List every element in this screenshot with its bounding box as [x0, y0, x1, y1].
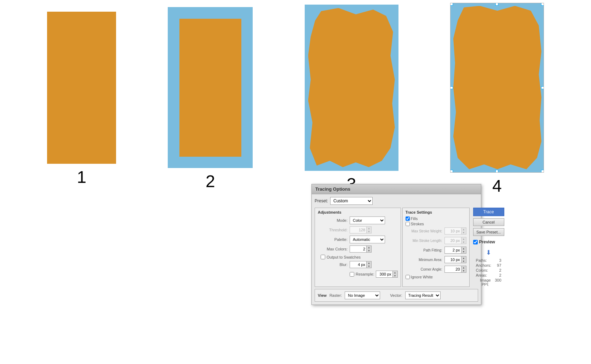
palette-row: Palette: Automatic: [318, 236, 398, 243]
threshold-spinner: ▲ ▼: [350, 226, 372, 233]
anchors-value: 97: [497, 263, 501, 267]
fills-row: Fills: [406, 216, 466, 221]
min-stroke-length-arrows: ▲ ▼: [461, 237, 466, 244]
panel4-label: 4: [492, 176, 502, 196]
strokes-checkbox[interactable]: [406, 222, 410, 226]
min-stroke-length-label: Min Stroke Length:: [406, 239, 444, 243]
areas-label: Areas:: [476, 273, 487, 277]
resample-input[interactable]: [376, 271, 393, 278]
dialog-main: Adjustments Mode: Color Threshold:: [315, 208, 478, 287]
blur-input[interactable]: [350, 261, 367, 268]
palette-label: Palette:: [318, 237, 350, 242]
preview-checkbox[interactable]: [473, 240, 478, 244]
fills-checkbox[interactable]: [406, 216, 410, 221]
resample-checkbox[interactable]: [350, 272, 354, 277]
paths-value: 3: [499, 258, 501, 262]
threshold-label: Threshold:: [318, 228, 350, 232]
selection-handle-rm: [541, 86, 544, 89]
preview-row: Preview: [473, 239, 504, 244]
selection-handle-br: [541, 170, 544, 173]
threshold-down: ▼: [367, 230, 371, 233]
ignore-white-checkbox[interactable]: [406, 275, 410, 279]
blur-up[interactable]: ▲: [367, 261, 371, 265]
max-colors-up[interactable]: ▲: [367, 246, 371, 249]
max-stroke-weight-spinner: ▲ ▼: [444, 227, 466, 235]
panel4-image: [450, 3, 544, 173]
palette-select[interactable]: Automatic: [350, 236, 385, 243]
corner-angle-arrows[interactable]: ▲ ▼: [461, 266, 466, 273]
panel-3: 3: [305, 5, 398, 194]
cancel-button[interactable]: Cancel: [473, 218, 504, 226]
max-colors-input[interactable]: [350, 245, 367, 253]
blur-arrows[interactable]: ▲ ▼: [367, 261, 372, 268]
resample-row: Resample: ▲ ▼: [318, 270, 398, 278]
selection-handle-bm: [495, 170, 498, 173]
threshold-row: Threshold: ▲ ▼: [318, 226, 398, 234]
image-ppi-label: Image PPI:: [476, 278, 495, 287]
tracing-options-dialog: Tracing Options Preset: Custom Adjustmen…: [311, 184, 481, 305]
resample-down[interactable]: ▼: [393, 274, 397, 277]
panel2-image: [168, 7, 253, 168]
path-fitting-spinner: ▲ ▼: [444, 247, 466, 254]
max-stroke-weight-input: [444, 227, 461, 235]
selection-handle-lm: [450, 86, 453, 89]
preset-label: Preset:: [315, 198, 328, 203]
panel3-image: [305, 5, 398, 171]
buttons-col: Trace Cancel Save Preset... Preview ⬇ Pa…: [471, 208, 506, 287]
min-stroke-length-input: [444, 237, 461, 244]
panel-1: 1: [47, 12, 116, 187]
resample-up[interactable]: ▲: [393, 271, 397, 274]
minimum-area-arrows[interactable]: ▲ ▼: [461, 256, 466, 263]
areas-stat-row: Areas: 2: [473, 273, 504, 278]
min-stroke-length-spinner: ▲ ▼: [444, 237, 466, 244]
blur-spinner: ▲ ▼: [350, 261, 372, 268]
max-colors-label: Max Colors:: [318, 247, 350, 251]
vector-select[interactable]: Tracing Result: [405, 291, 441, 299]
selection-handle-tr: [541, 3, 544, 6]
output-swatches-row: Output to Swatches: [318, 255, 398, 259]
canvas-area: 1 2 3 4: [0, 0, 591, 198]
ignore-white-row: Ignore White: [406, 275, 466, 279]
output-swatches-checkbox[interactable]: [321, 255, 325, 259]
stats-section: ⬇ Paths: 3 Anchors: 97 Colors: 2: [473, 249, 504, 287]
mode-label: Mode:: [318, 218, 350, 223]
colors-stat-row: Colors: 2: [473, 268, 504, 273]
blur-down[interactable]: ▼: [367, 265, 371, 268]
corner-angle-input[interactable]: [444, 266, 461, 273]
panel1-label: 1: [77, 167, 86, 187]
minimum-area-input[interactable]: [444, 256, 461, 263]
max-colors-arrows[interactable]: ▲ ▼: [367, 245, 372, 253]
threshold-input: [350, 226, 367, 233]
panel3-shape: [308, 8, 395, 167]
panel2-label: 2: [206, 172, 215, 191]
blur-label: Blur:: [318, 262, 350, 267]
adjustments-section: Adjustments Mode: Color Threshold:: [315, 208, 401, 287]
max-stroke-weight-label: Max Stroke Weight:: [406, 229, 444, 233]
preset-select[interactable]: Custom: [330, 197, 373, 205]
minimum-area-label: Minimum Area:: [406, 258, 444, 262]
view-section: View Raster: No Image Vector: Tracing Re…: [315, 289, 478, 302]
path-fitting-arrows[interactable]: ▲ ▼: [461, 247, 466, 254]
resample-spinner: ▲ ▼: [376, 271, 398, 278]
anchors-label: Anchors:: [476, 263, 491, 267]
image-ppi-value: 300: [495, 278, 501, 287]
max-colors-down[interactable]: ▼: [367, 249, 371, 252]
minimum-area-spinner: ▲ ▼: [444, 256, 466, 263]
resample-text: Resample:: [354, 272, 376, 276]
path-fitting-input[interactable]: [444, 247, 461, 254]
raster-select[interactable]: No Image: [345, 291, 380, 299]
panel-4: 4: [450, 3, 544, 196]
paths-stat-row: Paths: 3: [473, 258, 504, 263]
view-title: View: [318, 293, 327, 297]
trace-button[interactable]: Trace: [473, 208, 504, 216]
panel4-shape: [453, 6, 541, 169]
corner-angle-row: Corner Angle: ▲ ▼: [406, 265, 466, 273]
output-swatches-label: Output to Swatches: [327, 255, 361, 259]
raster-label: Raster:: [329, 293, 342, 297]
mode-select[interactable]: Color: [350, 216, 385, 224]
save-preset-button[interactable]: Save Preset...: [473, 228, 504, 236]
max-colors-spinner: ▲ ▼: [350, 245, 372, 253]
resample-arrows[interactable]: ▲ ▼: [393, 271, 398, 278]
mode-dropdown-group: Color: [350, 216, 385, 224]
max-colors-row: Max Colors: ▲ ▼: [318, 245, 398, 253]
